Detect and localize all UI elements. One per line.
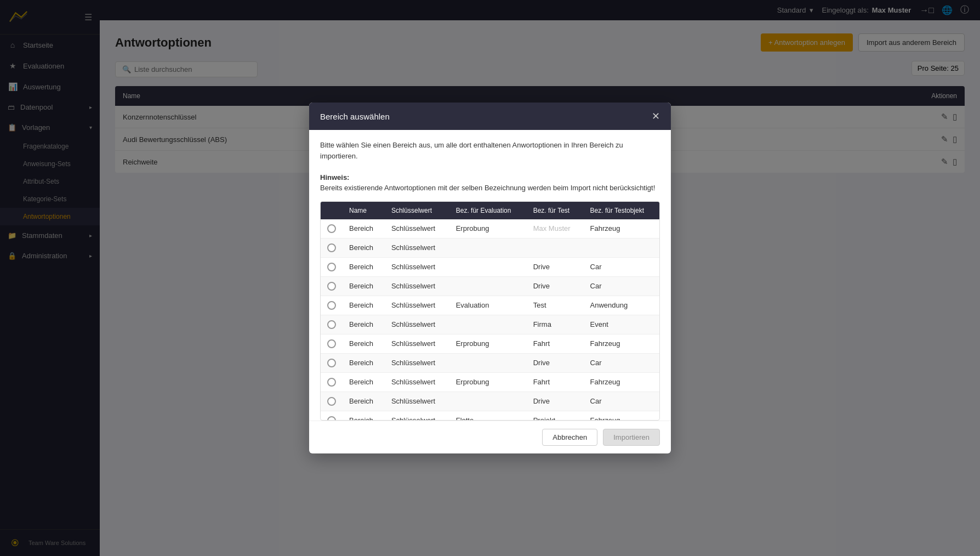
modal-row-name: Bereich	[343, 315, 385, 334]
radio-button[interactable]	[327, 320, 336, 329]
modal-row-schluesselwert: Schlüsselwert	[385, 219, 449, 239]
modal-row-bez-testobjekt: Fahrzeug	[584, 334, 659, 353]
modal-row-schluesselwert: Schlüsselwert	[385, 238, 449, 257]
modal-row-bez-test: Fahrt	[527, 334, 584, 353]
modal-row-schluesselwert: Schlüsselwert	[385, 334, 449, 353]
modal-table-row: Bereich Schlüsselwert Drive Car	[321, 353, 659, 372]
modal-row-name: Bereich	[343, 372, 385, 392]
modal-row-name: Bereich	[343, 276, 385, 296]
modal-row-bez-testobjekt: Car	[584, 276, 659, 296]
modal-row-bez-test: Firma	[527, 315, 584, 334]
modal-overlay: Bereich auswählen ✕ Bitte wählen Sie ein…	[0, 0, 980, 556]
modal-row-bez-evaluation: Flotte	[449, 411, 527, 421]
modal-row-schluesselwert: Schlüsselwert	[385, 353, 449, 372]
modal-table-row: Bereich Schlüsselwert Drive Car	[321, 257, 659, 276]
modal-row-bez-test: Drive	[527, 257, 584, 276]
modal-row-name: Bereich	[343, 353, 385, 372]
modal-row-bez-testobjekt: Car	[584, 353, 659, 372]
modal-row-bez-evaluation: Erprobung	[449, 219, 527, 239]
modal-row-bez-testobjekt	[584, 238, 659, 257]
modal-close-button[interactable]: ✕	[652, 110, 660, 122]
modal-row-bez-evaluation	[449, 257, 527, 276]
modal-row-bez-evaluation	[449, 276, 527, 296]
modal-row-bez-testobjekt: Car	[584, 257, 659, 276]
radio-button[interactable]	[327, 378, 336, 387]
modal: Bereich auswählen ✕ Bitte wählen Sie ein…	[309, 103, 671, 453]
modal-row-bez-evaluation: Erprobung	[449, 372, 527, 392]
radio-cell[interactable]	[321, 353, 343, 372]
modal-row-bez-testobjekt: Fahrzeug	[584, 411, 659, 421]
modal-row-bez-evaluation	[449, 392, 527, 411]
modal-row-name: Bereich	[343, 238, 385, 257]
radio-cell[interactable]	[321, 334, 343, 353]
radio-button[interactable]	[327, 416, 336, 421]
modal-footer: Abbrechen Importieren	[309, 421, 671, 453]
modal-table-row: Bereich Schlüsselwert Erprobung Max Must…	[321, 219, 659, 239]
modal-table-row: Bereich Schlüsselwert Drive Car	[321, 392, 659, 411]
importieren-button: Importieren	[603, 429, 660, 446]
modal-row-bez-testobjekt: Fahrzeug	[584, 219, 659, 239]
modal-row-schluesselwert: Schlüsselwert	[385, 296, 449, 315]
radio-button[interactable]	[327, 263, 336, 271]
modal-table: NameSchlüsselwertBez. für EvaluationBez.…	[321, 202, 659, 421]
modal-row-schluesselwert: Schlüsselwert	[385, 411, 449, 421]
modal-row-name: Bereich	[343, 219, 385, 239]
modal-title: Bereich auswählen	[320, 112, 390, 121]
modal-row-schluesselwert: Schlüsselwert	[385, 276, 449, 296]
modal-row-bez-test: Max Muster	[527, 219, 584, 239]
radio-button[interactable]	[327, 397, 336, 406]
modal-row-name: Bereich	[343, 392, 385, 411]
radio-cell[interactable]	[321, 372, 343, 392]
modal-table-container[interactable]: NameSchlüsselwertBez. für EvaluationBez.…	[320, 201, 660, 421]
radio-cell[interactable]	[321, 238, 343, 257]
modal-row-bez-test: Drive	[527, 276, 584, 296]
modal-row-bez-evaluation: Erprobung	[449, 334, 527, 353]
modal-row-bez-test: Drive	[527, 392, 584, 411]
radio-button[interactable]	[327, 243, 336, 252]
modal-row-bez-evaluation	[449, 315, 527, 334]
modal-row-bez-evaluation	[449, 353, 527, 372]
modal-info: Bitte wählen Sie einen Bereich aus, um a…	[320, 140, 660, 194]
radio-cell[interactable]	[321, 276, 343, 296]
modal-row-bez-test	[527, 238, 584, 257]
modal-table-row: Bereich Schlüsselwert Flotte Projekt Fah…	[321, 411, 659, 421]
modal-row-bez-test: Drive	[527, 353, 584, 372]
modal-col-3: Bez. für Evaluation	[449, 202, 527, 219]
modal-table-row: Bereich Schlüsselwert Drive Car	[321, 276, 659, 296]
modal-col-4: Bez. für Test	[527, 202, 584, 219]
radio-cell[interactable]	[321, 411, 343, 421]
radio-cell[interactable]	[321, 315, 343, 334]
modal-row-bez-evaluation: Evaluation	[449, 296, 527, 315]
modal-row-name: Bereich	[343, 411, 385, 421]
radio-button[interactable]	[327, 339, 336, 348]
modal-table-row: Bereich Schlüsselwert Firma Event	[321, 315, 659, 334]
radio-cell[interactable]	[321, 219, 343, 239]
modal-table-row: Bereich Schlüsselwert Erprobung Fahrt Fa…	[321, 372, 659, 392]
modal-row-bez-test: Test	[527, 296, 584, 315]
modal-col-1: Name	[343, 202, 385, 219]
modal-row-schluesselwert: Schlüsselwert	[385, 372, 449, 392]
modal-row-name: Bereich	[343, 257, 385, 276]
modal-row-schluesselwert: Schlüsselwert	[385, 392, 449, 411]
radio-button[interactable]	[327, 301, 336, 310]
modal-header: Bereich auswählen ✕	[309, 103, 671, 130]
modal-col-2: Schlüsselwert	[385, 202, 449, 219]
radio-button[interactable]	[327, 282, 336, 291]
modal-table-row: Bereich Schlüsselwert Erprobung Fahrt Fa…	[321, 334, 659, 353]
modal-row-bez-evaluation	[449, 238, 527, 257]
modal-col-5: Bez. für Testobjekt	[584, 202, 659, 219]
modal-row-bez-testobjekt: Event	[584, 315, 659, 334]
modal-table-row: Bereich Schlüsselwert Evaluation Test An…	[321, 296, 659, 315]
radio-cell[interactable]	[321, 257, 343, 276]
modal-col-0	[321, 202, 343, 219]
radio-cell[interactable]	[321, 296, 343, 315]
radio-button[interactable]	[327, 359, 336, 367]
modal-body: Bitte wählen Sie einen Bereich aus, um a…	[309, 130, 671, 421]
modal-row-schluesselwert: Schlüsselwert	[385, 257, 449, 276]
modal-row-name: Bereich	[343, 334, 385, 353]
cancel-button[interactable]: Abbrechen	[542, 429, 597, 446]
radio-cell[interactable]	[321, 392, 343, 411]
radio-button[interactable]	[327, 224, 336, 233]
modal-row-bez-test: Projekt	[527, 411, 584, 421]
modal-row-bez-testobjekt: Car	[584, 392, 659, 411]
